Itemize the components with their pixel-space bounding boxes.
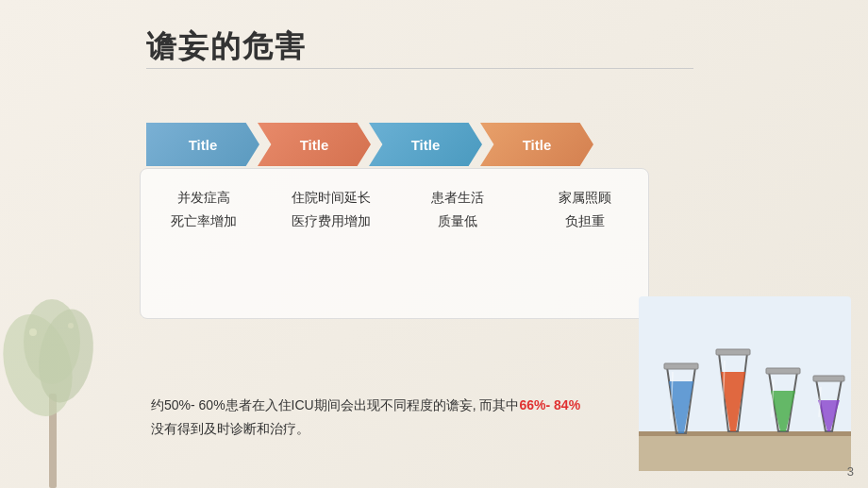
svg-rect-14: [716, 349, 750, 355]
svg-rect-11: [664, 363, 698, 369]
arrow-item-4[interactable]: Title: [480, 123, 593, 166]
svg-point-5: [68, 323, 74, 328]
svg-rect-17: [766, 368, 800, 374]
content-line: 质量低: [404, 210, 512, 233]
slide: 谵妄的危害 Title Title Title Title 并发症高: [0, 0, 868, 488]
slide-title: 谵妄的危害: [146, 26, 307, 68]
content-col-2: 住院时间延长 医疗费用增加: [268, 186, 395, 233]
arrow-label-4: Title: [523, 137, 552, 153]
svg-point-3: [24, 299, 80, 384]
arrow-label-3: Title: [411, 137, 441, 153]
arrow-label-2: Title: [300, 137, 329, 153]
bottom-text-before: 约50%- 60%患者在入住ICU期间会出现不同程度的谵妄, 而其中: [151, 397, 519, 412]
content-col-1: 并发症高 死亡率增加: [141, 186, 268, 233]
deco-plants-left: [0, 280, 113, 488]
content-line: 医疗费用增加: [277, 210, 386, 233]
content-line: 住院时间延长: [277, 186, 386, 210]
content-col-4: 家属照顾 负担重: [522, 186, 649, 233]
svg-rect-8: [639, 431, 851, 436]
arrow-item-1[interactable]: Title: [146, 123, 259, 166]
arrow-label-1: Title: [189, 137, 218, 153]
content-line: 并发症高: [150, 186, 259, 210]
svg-point-4: [29, 328, 37, 336]
content-col-3: 患者生活 质量低: [394, 186, 522, 233]
chemistry-image: [639, 296, 851, 471]
content-line: 负担重: [531, 210, 640, 233]
content-box: 并发症高 死亡率增加 住院时间延长 医疗费用增加 患者生活 质量低 家属照顾 负…: [140, 168, 649, 319]
content-line: 患者生活: [404, 186, 512, 210]
svg-rect-20: [813, 376, 844, 381]
content-line: 家属照顾: [531, 186, 640, 210]
bottom-text-highlight: 66%- 84%: [519, 397, 580, 412]
bottom-text: 约50%- 60%患者在入住ICU期间会出现不同程度的谵妄, 而其中66%- 8…: [151, 394, 585, 441]
content-line: 死亡率增加: [150, 210, 259, 233]
title-underline: [146, 68, 693, 69]
arrow-item-3[interactable]: Title: [369, 123, 482, 166]
arrow-flow: Title Title Title Title: [146, 123, 593, 166]
page-number: 3: [847, 464, 854, 479]
arrow-item-2[interactable]: Title: [258, 123, 371, 166]
bottom-text-after: 没有得到及时诊断和治疗。: [151, 421, 309, 436]
svg-rect-7: [639, 433, 851, 471]
